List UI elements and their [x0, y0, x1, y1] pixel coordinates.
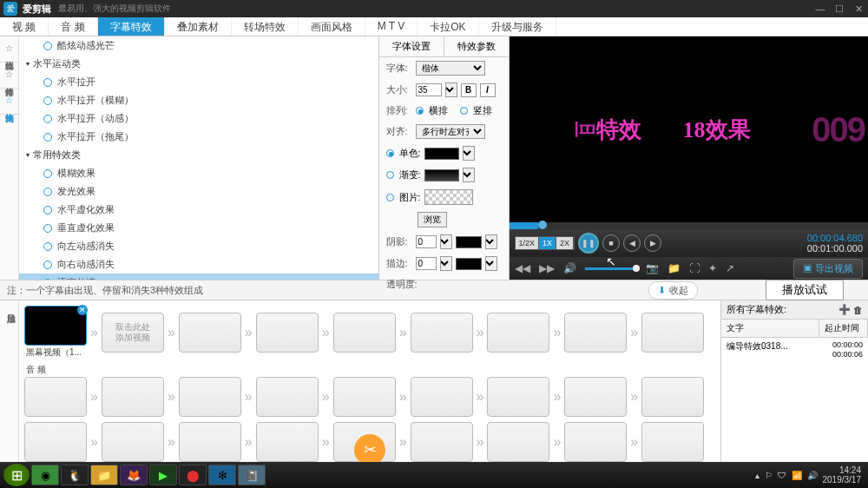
- image-radio[interactable]: [386, 194, 394, 201]
- effect-item[interactable]: 水平拉开（模糊）: [19, 91, 378, 109]
- audio-clip-empty[interactable]: [411, 422, 473, 462]
- shadow-cdd[interactable]: [485, 234, 497, 249]
- clip-add-hint[interactable]: 双击此处添加视频: [102, 313, 164, 353]
- clip-remove-icon[interactable]: ✕: [77, 305, 88, 315]
- taskbar-icon[interactable]: ✻: [208, 465, 236, 485]
- speed-1x[interactable]: 1X: [539, 237, 556, 249]
- effects-tree[interactable]: 酷炫动感光芒 ▾水平运动类 水平拉开 水平拉开（模糊） 水平拉开（动感） 水平拉…: [19, 36, 379, 280]
- taskbar-icon[interactable]: ⬤: [179, 465, 207, 485]
- snapshot-icon[interactable]: 📷: [646, 262, 659, 274]
- cut-button[interactable]: ✂: [354, 434, 385, 464]
- tab-mtv[interactable]: M T V: [365, 17, 418, 36]
- close-button[interactable]: ✕: [852, 3, 865, 15]
- effect-item-selected[interactable]: 逐字伸缩: [19, 274, 378, 280]
- stroke-dd[interactable]: [440, 256, 452, 271]
- subtitle-row[interactable]: 编导特效0318... 00:00:0000:00:06: [721, 338, 868, 362]
- audio-clip-empty[interactable]: [102, 422, 164, 462]
- shadow-dd[interactable]: [440, 234, 452, 249]
- delete-subtitle-icon[interactable]: 🗑: [853, 305, 863, 315]
- prev-button[interactable]: ◀: [623, 234, 641, 252]
- tab-style[interactable]: 画面风格: [299, 17, 365, 36]
- audio-clip-empty[interactable]: [179, 422, 241, 462]
- vtab-disappear[interactable]: ☆消失特效: [0, 89, 18, 115]
- audio-clip-empty[interactable]: [564, 422, 627, 462]
- clip-slot[interactable]: ✕ 黑幕视频（1...: [24, 306, 87, 359]
- gradient-radio[interactable]: [386, 171, 394, 179]
- settings-icon[interactable]: ✦: [708, 262, 717, 274]
- clip-empty[interactable]: [487, 313, 549, 353]
- layout-h-radio[interactable]: [416, 107, 424, 115]
- speed-2x[interactable]: 2X: [556, 237, 574, 249]
- taskbar-clock[interactable]: 14:24 2019/3/17: [823, 465, 865, 485]
- stroke-cdd[interactable]: [485, 256, 497, 271]
- stroke-input[interactable]: [416, 257, 437, 270]
- effect-item[interactable]: 向左动感消失: [19, 237, 378, 255]
- tab-font-settings[interactable]: 字体设置: [379, 36, 444, 56]
- taskbar-icon[interactable]: 🐧: [61, 465, 89, 485]
- effect-item[interactable]: 酷炫动感光芒: [19, 36, 378, 55]
- tab-overlay[interactable]: 叠加素材: [165, 17, 232, 36]
- play-button[interactable]: ❚❚: [578, 233, 599, 254]
- next-button[interactable]: ▶: [644, 234, 661, 252]
- volume-slider[interactable]: [585, 267, 637, 270]
- size-dd[interactable]: [445, 82, 457, 97]
- audio-clip-empty[interactable]: [411, 377, 473, 417]
- align-select[interactable]: 多行时左对齐: [416, 124, 485, 139]
- effect-category[interactable]: ▾水平运动类: [19, 55, 378, 73]
- seek-bar[interactable]: [510, 222, 869, 229]
- tray-network-icon[interactable]: 📶: [792, 471, 802, 480]
- audio-clip-empty[interactable]: [256, 377, 319, 417]
- vtab-appear[interactable]: ☆出现特效: [0, 36, 18, 63]
- speed-half[interactable]: 1/2X: [516, 237, 540, 249]
- audio-clip-empty[interactable]: [641, 377, 704, 417]
- tab-transition[interactable]: 转场特效: [232, 17, 299, 36]
- effect-item[interactable]: 水平拉开（拖尾）: [19, 128, 378, 146]
- shadow-color[interactable]: [456, 236, 482, 248]
- tray-flag-icon[interactable]: ⚐: [765, 471, 773, 480]
- preview-try-button[interactable]: 播放试试: [766, 280, 844, 300]
- size-input[interactable]: [416, 83, 442, 96]
- volume-icon[interactable]: 🔊: [563, 262, 576, 274]
- export-button[interactable]: ▣ 导出视频: [793, 259, 863, 279]
- bold-button[interactable]: B: [461, 83, 477, 97]
- audio-clip-empty[interactable]: [24, 422, 87, 462]
- tab-subtitle-fx[interactable]: 字幕特效: [98, 17, 165, 36]
- effect-item[interactable]: 水平拉开: [19, 73, 378, 91]
- fullscreen-icon[interactable]: ⛶: [689, 262, 700, 274]
- shadow-input[interactable]: [416, 235, 437, 248]
- taskbar-icon[interactable]: ▶: [149, 465, 177, 485]
- clip-empty[interactable]: [564, 313, 627, 353]
- effect-category[interactable]: ▾常用特效类: [19, 146, 378, 164]
- clip-empty[interactable]: [411, 313, 473, 353]
- tab-video[interactable]: 视 频: [0, 17, 49, 36]
- tab-effect-params[interactable]: 特效参数: [444, 36, 509, 56]
- effect-item[interactable]: 向右动感消失: [19, 255, 378, 274]
- audio-clip-empty[interactable]: [179, 377, 241, 417]
- clip-empty[interactable]: [256, 313, 319, 353]
- vtab-stay[interactable]: ☆停留特效: [0, 63, 18, 89]
- audio-clip-empty[interactable]: [256, 422, 319, 462]
- share-icon[interactable]: ↗: [726, 262, 734, 274]
- audio-clip-empty[interactable]: [487, 422, 549, 462]
- taskbar-icon[interactable]: 📁: [90, 465, 118, 485]
- taskbar-icon[interactable]: ◉: [31, 465, 59, 485]
- stroke-color[interactable]: [456, 258, 482, 270]
- italic-button[interactable]: I: [480, 83, 496, 97]
- forward-icon[interactable]: ▶▶: [539, 262, 555, 274]
- effect-item[interactable]: 发光效果: [19, 182, 378, 201]
- tab-upgrade[interactable]: 升级与服务: [479, 17, 556, 36]
- tab-audio[interactable]: 音 频: [49, 17, 97, 36]
- layout-v-radio[interactable]: [460, 107, 468, 115]
- effect-item[interactable]: 水平虚化效果: [19, 201, 378, 219]
- effect-item[interactable]: 模糊效果: [19, 164, 378, 182]
- audio-clip-empty[interactable]: [102, 377, 164, 417]
- clip-empty[interactable]: [333, 313, 396, 353]
- tray-up-icon[interactable]: ▴: [755, 471, 760, 480]
- effect-item[interactable]: 垂直虚化效果: [19, 219, 378, 237]
- clip-empty[interactable]: [641, 313, 704, 353]
- font-select[interactable]: 楷体: [416, 61, 485, 76]
- audio-clip-empty[interactable]: [24, 377, 87, 417]
- gradient-dd[interactable]: [463, 168, 475, 182]
- start-button[interactable]: ⊞: [3, 464, 30, 486]
- gradient-swatch[interactable]: [424, 169, 459, 181]
